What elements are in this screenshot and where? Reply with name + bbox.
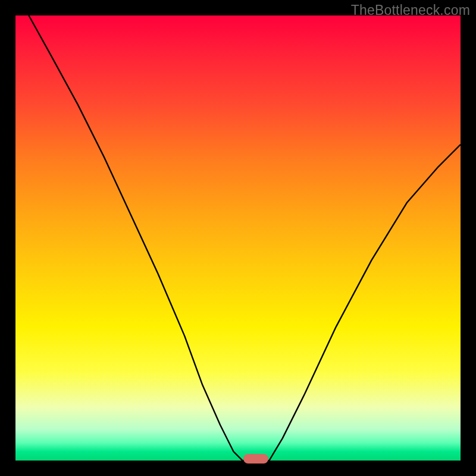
bottleneck-curve <box>15 15 461 461</box>
chart-frame: TheBottleneck.com <box>0 0 476 476</box>
watermark-label: TheBottleneck.com <box>351 2 470 18</box>
plot-area <box>15 15 461 461</box>
optimal-point-marker <box>243 454 268 464</box>
